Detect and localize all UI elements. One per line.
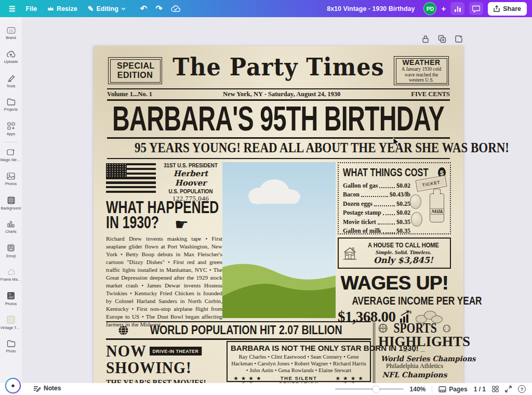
zoom-slider-handle[interactable]	[373, 386, 379, 392]
sparkle-icon: ✦	[10, 382, 16, 390]
bottom-status-bar: ✦ Notes 140% Pages 1 / 1 ?	[0, 383, 532, 395]
wages-title[interactable]: WAGES UP!	[338, 272, 451, 295]
what-things-cost-box[interactable]: WHAT THINGS COST $ Gallon of gas$0.02 Ba…	[338, 162, 451, 234]
egg-illustration	[411, 212, 422, 227]
vintage-texture-icon	[7, 315, 15, 324]
resize-button[interactable]: Resize	[43, 2, 82, 16]
sidebar-item-label: Background	[1, 206, 21, 210]
stars-left: ★ ★ ★ ★ ★ ★	[231, 376, 265, 383]
fullscreen-icon[interactable]	[505, 386, 512, 392]
subheadline[interactable]: 95 YEARS YOUNG! READ ALL ABOUT THE YEAR …	[94, 139, 463, 156]
special-edition-box[interactable]: SPECIAL EDITION	[108, 57, 162, 84]
sidebar-item-background[interactable]: Background	[0, 191, 22, 215]
main-headline[interactable]: BARBARA'S 95TH BIRTHDAY	[94, 101, 463, 136]
wages-subtitle[interactable]: AVERAGE INCOME PER YEAR	[338, 294, 451, 307]
svg-text:CG: CG	[9, 29, 14, 32]
now-showing-block[interactable]: NOW DRIVE-IN THEATER SHOWING! THE YEAR'S…	[106, 342, 224, 383]
resize-label: Resize	[57, 5, 77, 12]
share-button[interactable]: Share	[488, 2, 527, 16]
assistant-button[interactable]: ✦	[5, 378, 21, 393]
share-label: Share	[503, 5, 521, 12]
photo-frame-placeholder[interactable]	[222, 162, 336, 318]
file-menu-button[interactable]: File	[21, 2, 42, 16]
duplicate-page-button[interactable]	[436, 33, 448, 45]
sidebar-item-apps[interactable]: Apps	[0, 117, 22, 141]
showing-word: SHOWING!	[106, 358, 219, 378]
globe-icon	[118, 325, 129, 336]
stars-right: ★ ★ ★ ★ ★ ★	[332, 376, 367, 383]
sidebar-item-emoji[interactable]: Emoji	[0, 239, 22, 263]
notes-button[interactable]: Notes	[33, 385, 61, 392]
sidebar-item-label: Tools	[6, 84, 15, 88]
add-member-button[interactable]: +	[441, 4, 446, 13]
insights-button[interactable]	[450, 2, 464, 15]
dateline-label[interactable]: New York, NY - Saturday, August 24, 1930	[223, 90, 340, 98]
price-label[interactable]: FIVE CENTS	[411, 90, 450, 98]
add-page-button[interactable]	[453, 33, 464, 45]
emoji-smiley-icon	[7, 244, 15, 252]
newspaper-title[interactable]: The Party Times	[161, 53, 396, 81]
svg-text:$: $	[409, 310, 411, 314]
redo-button[interactable]: ↷	[152, 2, 166, 16]
comments-button[interactable]	[469, 2, 483, 15]
redo-icon: ↷	[155, 5, 162, 13]
stars-born-box[interactable]: BARBARA IS NOT THE ONLY STAR BORN IN 193…	[227, 341, 371, 382]
design-page[interactable]: SPECIAL EDITION The Party Times WEATHER …	[94, 46, 463, 383]
help-button[interactable]: ?	[518, 385, 526, 393]
sidebar-item-brand[interactable]: CG Brand	[0, 21, 22, 45]
population-banner[interactable]: WORLD POPULATION HIT 2.07 BILLION	[106, 321, 371, 340]
sidebar-item-vintage-textures[interactable]: Vintage Tex...	[0, 311, 22, 335]
sidebar-item-tools[interactable]: Tools	[0, 69, 22, 93]
lock-page-button[interactable]	[420, 33, 431, 45]
sidebar-item-projects[interactable]: Projects	[0, 93, 22, 117]
zoom-slider[interactable]	[335, 388, 404, 390]
baseball-icon	[443, 324, 451, 333]
editing-mode-button[interactable]: ✎ Editing	[83, 2, 130, 16]
sidebar-item-magic-media[interactable]: Magic Media	[0, 143, 22, 167]
sidebar-item-frame-maker[interactable]: Frame Maker	[0, 263, 22, 287]
apps-grid-icon	[7, 122, 15, 130]
sidebar-item-label: Vintage Tex...	[1, 325, 22, 330]
zoom-level[interactable]: 140%	[410, 386, 426, 393]
sidebar-item-label: Uploads	[4, 59, 18, 64]
weather-text: A January 1930 cold wave reached the wes…	[398, 67, 444, 83]
house-ad-box[interactable]: A HOUSE TO CALL HOME Simple. Solid. Time…	[338, 238, 451, 269]
cost-row: Movie ticket$0.35	[343, 217, 410, 226]
undo-button[interactable]: ↶	[137, 2, 151, 16]
sidebar-item-photo-folder[interactable]: Photo	[0, 335, 22, 359]
volume-label[interactable]: Volume 1...No. 1	[107, 90, 152, 98]
grid-view-icon[interactable]	[492, 386, 499, 392]
subhead-rule	[107, 158, 450, 159]
cost-row: Dozen eggs$0.25	[343, 199, 410, 208]
now-word: NOW	[106, 341, 147, 360]
sidebar-divider	[4, 142, 18, 142]
special-edition-label: SPECIAL EDITION	[117, 61, 153, 80]
sidebar-item-photos-app[interactable]: Photos	[0, 287, 22, 311]
weather-title: WEATHER	[402, 58, 440, 67]
masthead-info-row: Volume 1...No. 1 New York, NY - Saturday…	[107, 90, 450, 98]
charts-bars-icon	[7, 220, 15, 228]
document-title[interactable]: 8x10 Vintage - 1930 Birthday	[327, 5, 415, 12]
comment-bubble-icon	[472, 5, 480, 12]
lock-icon	[422, 35, 429, 43]
cost-row: Bacon$0.43/lb	[343, 190, 410, 199]
pages-button[interactable]: Pages	[438, 386, 467, 393]
top-toolbar: ☰ File Resize ✎ Editing ↶ ↷ 8x10 Vintage…	[0, 0, 532, 17]
sidebar-item-photos[interactable]: Photos	[0, 167, 22, 191]
sports-highlights-block[interactable]: SPORTS HIGHLIGHTS —··•··— World Series C…	[378, 322, 451, 378]
avatar[interactable]: PD	[423, 2, 436, 15]
sidebar-item-label: Photo	[6, 349, 16, 353]
sidebar-item-label: Magic Media	[1, 157, 22, 162]
us-flag-illustration[interactable]	[106, 163, 156, 193]
add-page-icon	[455, 35, 463, 43]
cloud-check-icon	[171, 5, 180, 12]
save-status-button[interactable]	[167, 2, 184, 16]
sidebar-item-uploads[interactable]: Uploads	[0, 45, 22, 69]
main-menu-button[interactable]: ☰	[4, 2, 20, 16]
what-happened-body[interactable]: Richard Drew invents masking tape • Firs…	[106, 235, 222, 328]
cost-row: Postage stamp$0.02	[343, 208, 410, 217]
canvas-workspace: SPECIAL EDITION The Party Times WEATHER …	[22, 17, 532, 383]
sidebar-item-charts[interactable]: Charts	[0, 215, 22, 239]
weather-box[interactable]: WEATHER A January 1930 cold wave reached…	[394, 56, 449, 85]
sidebar-item-label: Brand	[6, 35, 16, 40]
